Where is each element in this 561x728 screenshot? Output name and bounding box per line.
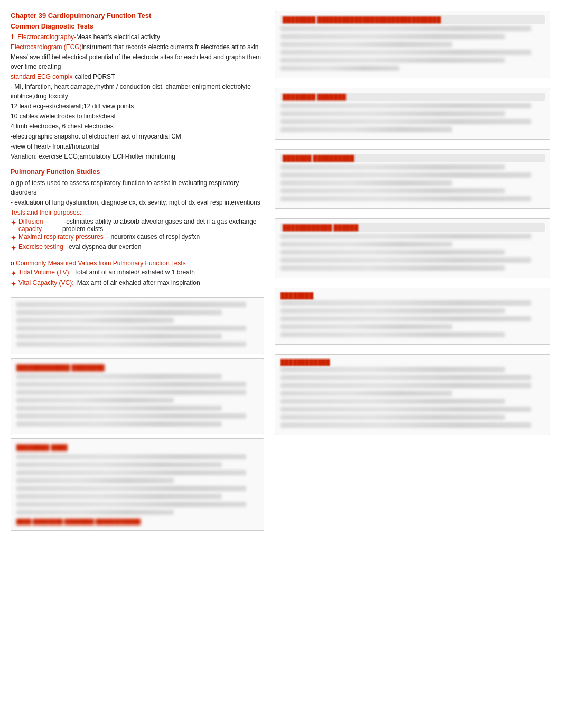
right-bottom-card-1: ████████ (275, 288, 550, 345)
ecg-instrument: Electrocardiogram (ECG)instrument that r… (11, 42, 264, 52)
ecg-detail-1: 12 lead ecg-ext/chestwall;12 diff view p… (11, 102, 264, 111)
commonly-bullet-1: ✦ (11, 279, 17, 289)
common-diagnostic-heading: Common Diagnostic Tests (11, 22, 264, 32)
test-item-0: ✦ Diffusion capacity -estimates ability … (11, 218, 264, 233)
bullet-icon-0: ✦ (11, 218, 17, 233)
commonly-o: o (11, 260, 16, 267)
left-bottom-card-0 (11, 297, 264, 354)
ecg-intro-text: Meas heart's electrical activity (76, 33, 160, 41)
ecg-intro: 1. Electrocardiography-Meas heart's elec… (11, 32, 264, 42)
ecg-detail-6: Variation: exercise ECG;ambulatory ECH-h… (11, 152, 264, 161)
pulmonary-eval: - evaluation of lung dysfunction, diagno… (11, 198, 264, 207)
left-column: Chapter 39 Cardiopulmonary Function Test… (11, 11, 264, 535)
right-card-2: ████████ ███████ (275, 88, 550, 140)
ecg-detail-5: -view of heart- frontal/horizontal (11, 142, 264, 151)
test-item-2: ✦ Exercise testing -eval dyspnea dur exe… (11, 243, 264, 253)
test-text-2: -eval dyspnea dur exertion (65, 243, 142, 253)
commonly-item-label-0: Tidal Volume (TV): (18, 269, 71, 278)
test-text-1: - neuromx causes of respi dysfxn (105, 233, 200, 243)
ecg-detail-0: - MI, infarction, heart damage,rhythm / … (11, 82, 264, 101)
commonly-item-text-0: Total amt of air inhaled/ exhaled w 1 br… (72, 269, 195, 278)
ecg-intro-label: 1. Electrocardiography- (11, 33, 76, 41)
commonly-item-1: ✦ Vital Capacity (VC): Max amt of air ex… (11, 279, 264, 289)
ecg-detail-2: 10 cables w/electrodes to limbs/chest (11, 112, 264, 121)
commonly-items: ✦ Tidal Volume (TV): Total amt of air in… (11, 269, 264, 288)
test-label-1: Maximal respiratory pressures (18, 233, 104, 243)
tests-list: ✦ Diffusion capacity -estimates ability … (11, 218, 264, 253)
right-card-1: ████████ ██████████████████████████████ (275, 11, 550, 78)
bullet-icon-1: ✦ (11, 233, 17, 243)
ecg-detail-3: 4 limb electrodes, 6 chest electrodes (11, 122, 264, 131)
tests-label: Tests and their purposes: (11, 208, 264, 217)
ecg-standard: standard ECG complx-called PQRST (11, 72, 264, 81)
bullet-icon-2: ✦ (11, 243, 17, 253)
right-column: ████████ ██████████████████████████████ … (275, 11, 550, 535)
commonly-heading-text: Commonly Measured Values from Pulmonary … (16, 260, 186, 267)
left-bottom-card-1: █████████████ ████████ (11, 358, 264, 435)
right-bottom-card-2: ████████████ (275, 354, 550, 435)
ecg-meas: Meas/ ave diff bet electrical potential … (11, 52, 264, 71)
commonly-bullet-0: ✦ (11, 269, 17, 278)
commonly-item-text-1: Max amt of air exhaled after max inspira… (75, 279, 200, 289)
ecg-text: instrument that records electric current… (82, 43, 259, 51)
ecg-detail-4: -electrographic snapshot of elctrochem a… (11, 132, 264, 141)
pulmonary-intro: o gp of tests used to assess respiratory… (11, 178, 264, 197)
page-container: Chapter 39 Cardiopulmonary Function Test… (11, 11, 550, 535)
pulmonary-heading: Pulmonary Function Studies (11, 167, 264, 177)
standard-text: -called PQRST (72, 73, 115, 80)
left-bottom-card-2: ████████ ████ ████ ████████ ████████ ███… (11, 438, 264, 531)
test-label-0: Diffusion capacity (18, 218, 61, 233)
ecg-details: - MI, infarction, heart damage,rhythm / … (11, 82, 264, 161)
commonly-item-0: ✦ Tidal Volume (TV): Total amt of air in… (11, 269, 264, 278)
standard-label: standard ECG complx (11, 73, 72, 80)
commonly-item-label-1: Vital Capacity (VC): (18, 279, 73, 289)
ecg-label: Electrocardiogram (ECG) (11, 43, 82, 51)
test-item-1: ✦ Maximal respiratory pressures - neurom… (11, 233, 264, 243)
test-text-0: -estimates ability to absorb alveolar ga… (62, 218, 264, 233)
chapter-title: Chapter 39 Cardiopulmonary Function Test (11, 11, 264, 21)
commonly-label: o Commonly Measured Values from Pulmonar… (11, 259, 264, 268)
test-label-2: Exercise testing (18, 243, 63, 253)
right-card-4: ████████████ ██████ (275, 218, 550, 278)
right-card-3: ███████ ██████████ (275, 149, 550, 209)
